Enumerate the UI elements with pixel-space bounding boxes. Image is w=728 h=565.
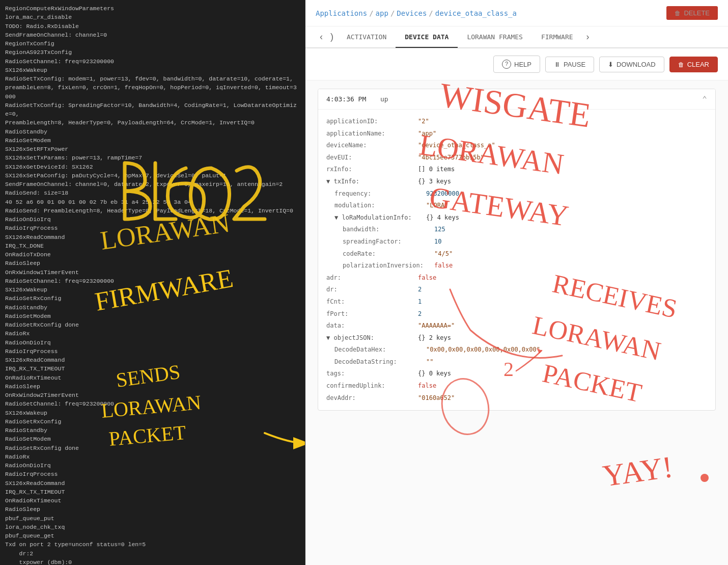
delete-button[interactable]: DELETE: [666, 6, 718, 20]
field-key: spreadingFactor:: [343, 236, 434, 248]
field-row[interactable]: ▼ objectJSON: {} 2 keys: [326, 332, 707, 344]
field-row: rxInfo: [] 0 items: [326, 164, 707, 176]
download-icon: [608, 61, 613, 68]
field-key: bandwidth:: [343, 224, 434, 235]
field-key: rxInfo:: [326, 164, 418, 175]
breadcrumb-app[interactable]: app: [376, 9, 388, 17]
tab-back-button[interactable]: ‹ ): [316, 26, 338, 47]
field-row: devEUI: "4bc15ee7377bb15b": [326, 152, 707, 164]
field-key: ▼ txInfo:: [326, 176, 418, 187]
field-row: fPort: 2: [326, 308, 707, 320]
field-value: "LORA": [426, 200, 448, 211]
field-value: [] 0 items: [418, 164, 455, 175]
field-row: polarizationInversion: false: [326, 260, 707, 272]
tab-lorawan-frames[interactable]: LORAWAN FRAMES: [458, 27, 532, 48]
field-value: false: [434, 260, 453, 272]
field-key: ▼ loRaModulationInfo:: [334, 212, 426, 224]
field-key: DecodeDataHex:: [334, 344, 426, 356]
download-button[interactable]: DOWNLOAD: [599, 57, 664, 72]
field-key: fPort:: [326, 309, 418, 320]
breadcrumb-current: device_otaa_class_a: [435, 9, 517, 17]
field-row: modulation: "LORA": [326, 200, 707, 212]
field-value: 923200000: [426, 189, 459, 200]
field-row: fCnt: 1: [326, 296, 707, 308]
tab-forward-button[interactable]: ›: [582, 26, 594, 47]
field-row: confirmedUplink: false: [326, 380, 707, 392]
field-value: "4bc15ee7377bb15b": [418, 152, 484, 164]
clear-button[interactable]: CLEAR: [669, 57, 718, 72]
field-value: false: [418, 273, 436, 284]
right-panel: Applications / app / Devices / device_ot…: [305, 0, 728, 565]
field-value: {} 3 keys: [418, 176, 451, 187]
field-row: devAddr: "0160a652": [326, 392, 707, 405]
field-key: confirmedUplink:: [326, 381, 418, 392]
field-key: devAddr:: [326, 393, 418, 404]
expand-icon: ⌃: [702, 94, 707, 104]
field-row: applicationID: "2": [326, 116, 707, 128]
tab-device-data[interactable]: DEVICE DATA: [396, 27, 458, 48]
pause-icon: [554, 61, 561, 68]
tabs-bar: ‹ ) ACTIVATION DEVICE DATA LORAWAN FRAME…: [305, 26, 728, 48]
field-key: applicationName:: [326, 128, 418, 140]
field-value: 125: [434, 224, 445, 235]
field-row[interactable]: ▼ txInfo: {} 3 keys: [326, 176, 707, 188]
breadcrumb-applications[interactable]: Applications: [316, 9, 367, 17]
field-key: polarizationInversion:: [343, 260, 434, 272]
field-row: frequency: 923200000: [326, 188, 707, 200]
field-value: "4/5": [434, 249, 453, 260]
field-row[interactable]: ▼ loRaModulationInfo: {} 4 keys: [326, 212, 707, 224]
log-text: RegionComputeRxWindowParameters lora_mac…: [5, 4, 300, 565]
field-value: "2": [418, 116, 429, 127]
svg-point-15: [701, 474, 709, 482]
field-key: dr:: [326, 284, 418, 295]
message-status: up: [380, 95, 388, 103]
field-value: 2: [418, 284, 422, 295]
field-row: bandwidth: 125: [326, 224, 707, 236]
action-bar: HELP PAUSE DOWNLOAD CLEAR: [305, 48, 728, 80]
field-row: applicationName: "app": [326, 128, 707, 140]
field-key: deviceName:: [326, 140, 418, 151]
field-key: fCnt:: [326, 297, 418, 308]
field-value: 1: [418, 297, 422, 308]
message-body: applicationID: "2"applicationName: "app"…: [318, 110, 715, 410]
breadcrumb: Applications / app / Devices / device_ot…: [305, 0, 728, 26]
tab-firmware[interactable]: FIRMWARE: [532, 27, 582, 48]
field-row: dr: 2: [326, 284, 707, 296]
field-value: "device_otaa_class_a": [418, 140, 495, 151]
field-row: data: "AAAAAAA=": [326, 320, 707, 332]
field-key: data:: [326, 320, 418, 332]
clear-icon: [678, 61, 684, 68]
pause-button[interactable]: PAUSE: [545, 57, 594, 72]
field-key: tags:: [326, 368, 418, 380]
trash-icon: [675, 9, 681, 17]
field-key: codeRate:: [343, 249, 434, 260]
field-value: {} 2 keys: [418, 333, 451, 344]
field-value: false: [418, 381, 436, 392]
field-value: "AAAAAAA=": [418, 320, 455, 332]
field-key: applicationID:: [326, 116, 418, 127]
field-key: frequency:: [334, 189, 426, 200]
field-key: devEUI:: [326, 152, 418, 164]
field-value: {} 0 keys: [418, 368, 451, 380]
field-value: "": [426, 357, 433, 368]
help-icon: [502, 60, 511, 69]
help-button[interactable]: HELP: [493, 56, 540, 73]
data-content: 4:03:36 PM up ⌃ applicationID: "2"applic…: [305, 80, 728, 565]
field-row: codeRate: "4/5": [326, 248, 707, 260]
field-value: "app": [418, 128, 436, 140]
field-row: deviceName: "device_otaa_class_a": [326, 140, 707, 152]
tab-activation[interactable]: ACTIVATION: [338, 27, 396, 48]
breadcrumb-devices[interactable]: Devices: [397, 9, 427, 17]
field-value: "0160a652": [418, 393, 455, 404]
field-value: 10: [434, 236, 441, 248]
field-row: spreadingFactor: 10: [326, 236, 707, 248]
field-value: 2: [418, 309, 422, 320]
field-key: adr:: [326, 273, 418, 284]
message-item: 4:03:36 PM up ⌃ applicationID: "2"applic…: [318, 89, 716, 411]
field-row: adr: false: [326, 272, 707, 284]
field-key: modulation:: [334, 200, 426, 211]
message-header[interactable]: 4:03:36 PM up ⌃: [318, 89, 715, 110]
field-key: DecodeDataString:: [334, 357, 426, 368]
field-key: ▼ objectJSON:: [326, 333, 418, 344]
svg-text:YAY!: YAY!: [601, 450, 675, 493]
